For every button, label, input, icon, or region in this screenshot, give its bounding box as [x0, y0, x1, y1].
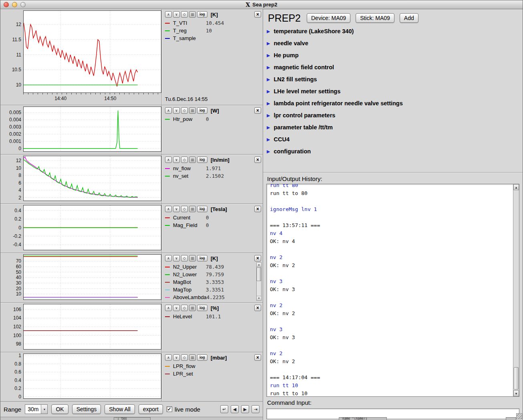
- settings-button[interactable]: Settings: [72, 404, 101, 414]
- log-scale-button[interactable]: log: [197, 11, 207, 18]
- range-select[interactable]: 30m ▼: [25, 404, 48, 414]
- chart-needle-valve-plot[interactable]: [23, 156, 161, 201]
- zoom-window-button[interactable]: [20, 2, 26, 7]
- legend-item-nv-flow: nv_flow1.971: [165, 165, 261, 172]
- expand-arrow-icon: ▶: [267, 149, 270, 154]
- chart-temperature-plot[interactable]: [23, 10, 161, 93]
- grid-icon[interactable]: ▦: [189, 255, 196, 261]
- tree-item-magnetic-field-control[interactable]: ▶magnetic field control: [267, 61, 523, 73]
- scroll-up-icon[interactable]: ∧: [165, 107, 172, 114]
- chart-cryo-temps-plot[interactable]: [23, 254, 161, 300]
- tree-item-lhe-level-meter-settings[interactable]: ▶LHe level meter settings: [267, 85, 523, 97]
- chart-close-button[interactable]: ×: [254, 157, 261, 163]
- grid-icon[interactable]: ▦: [189, 11, 196, 18]
- y-tick-label: 40: [16, 275, 21, 280]
- tree-item-needle-valve[interactable]: ▶needle valve: [267, 37, 523, 49]
- autoscale-icon[interactable]: ◇: [181, 255, 188, 261]
- titlebar[interactable]: X Sea prep2: [0, 0, 523, 9]
- scroll-up-icon[interactable]: ∧: [165, 255, 172, 261]
- stick-button[interactable]: Stick: MA09: [356, 13, 394, 23]
- legend-list: T_VTI10.454T_reg10T_sample: [165, 19, 261, 42]
- scroll-down-arrow-icon[interactable]: ▼: [513, 390, 519, 396]
- scroll-up-icon[interactable]: ∧: [165, 305, 172, 311]
- tree-item-he-pump[interactable]: ▶He pump: [267, 49, 523, 61]
- chart-he-level-plot[interactable]: [23, 304, 161, 350]
- history-scrollbar[interactable]: ▲ ▼: [513, 184, 519, 396]
- tree-item-parameter-table-tt-tm[interactable]: ▶parameter table /tt/tm: [267, 121, 523, 133]
- legend-value: 4.2235: [207, 294, 225, 300]
- log-scale-button[interactable]: log: [197, 354, 207, 361]
- grid-icon[interactable]: ▦: [189, 206, 196, 212]
- ok-button[interactable]: OK: [51, 404, 68, 414]
- live-mode-checkbox[interactable]: ✓: [167, 406, 172, 412]
- log-scale-button[interactable]: log: [197, 206, 207, 212]
- legend-scrollbar[interactable]: ▲▼: [256, 262, 262, 301]
- chart-close-button[interactable]: ×: [254, 354, 261, 361]
- scrollbar-thumb[interactable]: [257, 267, 261, 281]
- show-all-button[interactable]: Show All: [105, 404, 135, 414]
- scroll-up-arrow-icon[interactable]: ▲: [513, 184, 519, 190]
- scroll-up-icon[interactable]: ∧: [165, 11, 172, 18]
- autoscale-icon[interactable]: ◇: [181, 354, 188, 361]
- tree-item-label: CCU4: [274, 136, 289, 143]
- command-input[interactable]: [266, 408, 519, 419]
- chart-lpr-plot[interactable]: [23, 354, 161, 399]
- grid-icon[interactable]: ▦: [189, 157, 196, 163]
- autoscale-icon[interactable]: ◇: [181, 206, 188, 212]
- scroll-up-icon[interactable]: ∧: [165, 157, 172, 163]
- grid-icon[interactable]: ▦: [189, 305, 196, 311]
- device-button[interactable]: Device: MA09: [307, 13, 350, 23]
- scrollbar-track[interactable]: [257, 267, 261, 296]
- scroll-down-icon[interactable]: ∨: [173, 206, 180, 212]
- chart-close-button[interactable]: ×: [254, 305, 261, 311]
- scroll-down-icon[interactable]: ∨: [173, 305, 180, 311]
- tree-item-configuration[interactable]: ▶configuration: [267, 145, 523, 157]
- scroll-down-icon[interactable]: ∨: [173, 157, 180, 163]
- chart-close-button[interactable]: ×: [254, 206, 261, 212]
- autoscale-icon[interactable]: ◇: [181, 305, 188, 311]
- legend-item-lpr-set: LPR_set: [165, 370, 261, 378]
- minimize-window-button[interactable]: [12, 2, 17, 7]
- step-back-button[interactable]: ◀: [231, 405, 239, 413]
- scroll-up-icon[interactable]: ∧: [165, 206, 172, 212]
- chart-close-button[interactable]: ×: [254, 107, 261, 114]
- scrollbar-thumb[interactable]: [514, 367, 519, 390]
- step-forward-button[interactable]: ▶: [241, 405, 249, 413]
- export-button[interactable]: export: [139, 404, 163, 414]
- tree-item-temperature-lakeshore-340[interactable]: ▶temperature (LakeShore 340): [267, 25, 523, 37]
- autoscale-icon[interactable]: ◇: [181, 157, 188, 163]
- close-window-button[interactable]: [4, 2, 9, 7]
- log-scale-button[interactable]: log: [197, 255, 207, 261]
- scrollbar-track[interactable]: [513, 190, 519, 390]
- scroll-down-icon[interactable]: ∨: [173, 255, 180, 261]
- jump-latest-button[interactable]: ↵: [220, 405, 228, 413]
- chart-close-button[interactable]: ×: [254, 11, 261, 18]
- tree-item-ccu4[interactable]: ▶CCU4: [267, 133, 523, 145]
- scroll-up-icon[interactable]: ∧: [165, 354, 172, 361]
- autoscale-icon[interactable]: ◇: [181, 11, 188, 18]
- log-scale-button[interactable]: log: [197, 107, 207, 114]
- scroll-down-icon[interactable]: ∨: [173, 354, 180, 361]
- log-scale-button[interactable]: log: [197, 157, 207, 163]
- go-to-end-button[interactable]: ⇥: [251, 405, 259, 413]
- scroll-up-arrow-icon[interactable]: ▲: [257, 263, 261, 267]
- scroll-down-arrow-icon[interactable]: ▼: [257, 296, 261, 300]
- tree-item-lambda-point-refrigerator-needle-valve-settings[interactable]: ▶lambda point refrigerator needle valve …: [267, 97, 523, 109]
- chart-close-button[interactable]: ×: [254, 255, 261, 261]
- resize-grip[interactable]: [516, 413, 522, 419]
- autoscale-icon[interactable]: ◇: [181, 107, 188, 114]
- grid-icon[interactable]: ▦: [189, 107, 196, 114]
- add-button[interactable]: Add: [400, 13, 418, 23]
- legend-item-t-reg: T_reg10: [165, 27, 261, 34]
- io-history-box[interactable]: run tt 80run tt to 80 ignoreMsg lnv 1 ==…: [266, 184, 519, 397]
- scroll-down-icon[interactable]: ∨: [173, 11, 180, 18]
- legend-list: Current0Mag_Field0: [165, 214, 261, 229]
- log-scale-button[interactable]: log: [197, 305, 207, 311]
- tree-item-lpr-control-parameters[interactable]: ▶lpr control parameters: [267, 109, 523, 121]
- scroll-down-icon[interactable]: ∨: [173, 107, 180, 114]
- tree-item-ln2-fill-settings[interactable]: ▶LN2 fill settings: [267, 73, 523, 85]
- chart-magnet-plot[interactable]: [23, 205, 161, 250]
- grid-icon[interactable]: ▦: [189, 354, 196, 361]
- y-tick-label: 1: [18, 353, 21, 358]
- chart-heater-power-plot[interactable]: [23, 107, 161, 152]
